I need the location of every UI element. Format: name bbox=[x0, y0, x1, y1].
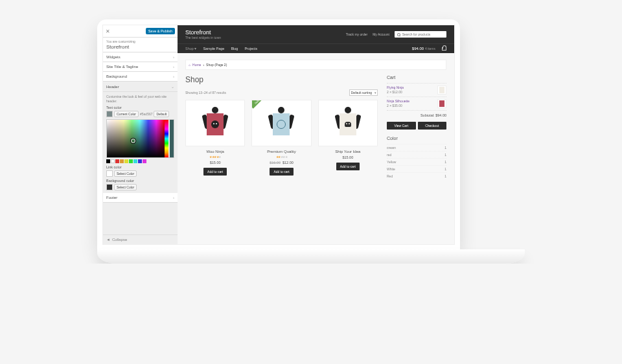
chevron-down-icon: ⌄ bbox=[171, 84, 174, 89]
palette-black[interactable] bbox=[106, 159, 110, 163]
cart-item-thumb bbox=[437, 85, 446, 95]
add-to-cart-button[interactable]: Add to cart bbox=[270, 168, 293, 176]
checkout-button[interactable]: Checkout bbox=[418, 122, 447, 130]
section-label: Header bbox=[106, 85, 119, 89]
palette-magenta[interactable] bbox=[143, 159, 146, 163]
header-panel: Customise the look & feel of your web si… bbox=[103, 92, 178, 193]
section-widgets[interactable]: Widgets› bbox=[103, 52, 178, 62]
site-tagline: The best widgets in town bbox=[185, 36, 221, 40]
palette-red[interactable] bbox=[115, 159, 119, 163]
hue-slider[interactable] bbox=[165, 120, 168, 157]
collapse-icon: ◄ bbox=[106, 238, 110, 242]
rating: ★★★★★ bbox=[251, 155, 311, 159]
section-label: Site Title & Tagline bbox=[106, 65, 138, 69]
product-name: Woo Ninja bbox=[185, 150, 245, 154]
text-color-label: Text color bbox=[106, 106, 174, 109]
cart-item-thumb bbox=[437, 99, 446, 108]
default-color-button[interactable]: Default bbox=[154, 111, 169, 117]
search-icon bbox=[397, 33, 400, 36]
hex-value: #5ad567 bbox=[140, 112, 152, 116]
section-header[interactable]: Header⌄ bbox=[103, 82, 178, 92]
add-to-cart-button[interactable]: Add to cart bbox=[336, 163, 360, 170]
bg-color-label: Background color bbox=[106, 179, 174, 183]
picker-handle[interactable] bbox=[131, 139, 135, 143]
current-color-button[interactable]: Current Color bbox=[114, 111, 139, 117]
select-link-color-button[interactable]: Select Color bbox=[114, 170, 137, 177]
site-brand[interactable]: Storefront bbox=[185, 29, 221, 36]
view-cart-button[interactable]: View Cart bbox=[387, 122, 416, 130]
breadcrumb-home[interactable]: Home bbox=[192, 63, 201, 67]
cart-item-qty: 2 × $35.00 bbox=[387, 104, 409, 108]
add-to-cart-button[interactable]: Add to cart bbox=[203, 168, 227, 176]
color-filter-row[interactable]: White1 bbox=[387, 165, 446, 172]
color-filter-row[interactable]: Red1 bbox=[387, 172, 446, 179]
result-count: Showing 13–24 of 87 results bbox=[185, 91, 226, 95]
product-card[interactable]: Sale! Premium Quality ★★★★★ $16.00$12.00… bbox=[251, 100, 311, 176]
search-box[interactable] bbox=[395, 31, 446, 38]
section-site-title[interactable]: Site Title & Tagline› bbox=[103, 62, 178, 72]
sale-badge: Sale! bbox=[251, 100, 264, 109]
price: $16.00$12.00 bbox=[251, 161, 311, 165]
palette-cyan[interactable] bbox=[133, 159, 137, 163]
section-label: Background bbox=[106, 74, 127, 78]
cart-total[interactable]: $94.00 4 items bbox=[412, 47, 435, 51]
sort-select[interactable]: Default sorting bbox=[349, 89, 378, 96]
chevron-right-icon: › bbox=[173, 74, 174, 78]
nav-shop[interactable]: Shop ▾ bbox=[185, 47, 196, 51]
price: $15.00 bbox=[318, 155, 378, 159]
palette-green[interactable] bbox=[129, 159, 133, 163]
palette-orange[interactable] bbox=[120, 159, 124, 163]
palette-blue[interactable] bbox=[138, 159, 142, 163]
color-filter-row[interactable]: Yellow1 bbox=[387, 158, 446, 165]
breadcrumb-shop: Shop (Page 2) bbox=[206, 63, 227, 67]
section-background[interactable]: Background› bbox=[103, 72, 178, 82]
cart-item[interactable]: Flying Ninja2 × $12.00 bbox=[387, 83, 446, 97]
bg-color-swatch[interactable] bbox=[106, 184, 113, 190]
collapse-button[interactable]: ◄ Collapse bbox=[103, 234, 178, 244]
track-order-link[interactable]: Track my order bbox=[346, 32, 367, 36]
sidebar-widgets: Cart Flying Ninja2 × $12.00 Ninja Silhou… bbox=[387, 75, 446, 179]
close-icon[interactable]: ✕ bbox=[106, 28, 110, 34]
save-publish-button[interactable]: Save & Publish bbox=[146, 28, 175, 34]
product-card[interactable]: Woo Ninja ★★★★★ $15.00 Add to cart bbox=[185, 100, 245, 176]
cart-item-qty: 2 × $12.00 bbox=[387, 90, 404, 94]
cart-item-name: Flying Ninja bbox=[387, 85, 404, 89]
crumb-pre: You are customizing bbox=[106, 40, 174, 43]
color-widget-title: Color bbox=[387, 136, 446, 141]
nav-sample[interactable]: Sample Page bbox=[203, 47, 224, 51]
color-picker[interactable] bbox=[106, 119, 174, 158]
site-header: Storefront The best widgets in town Trac… bbox=[178, 25, 454, 53]
color-filter-row[interactable]: cream1 bbox=[387, 144, 446, 151]
nav-blog[interactable]: Blog bbox=[231, 47, 238, 51]
palette-yellow[interactable] bbox=[124, 159, 128, 163]
collapse-label: Collapse bbox=[112, 238, 127, 242]
product-card[interactable]: Ship Your Idea $15.00 Add to cart bbox=[318, 100, 378, 176]
customizer-sidebar: ✕ Save & Publish You are customizing Sto… bbox=[103, 25, 178, 244]
section-label: Widgets bbox=[106, 55, 121, 59]
cart-widget-title: Cart bbox=[387, 75, 446, 80]
link-color-label: Link color bbox=[106, 165, 174, 169]
cart-item[interactable]: Ninja Silhouette2 × $35.00 bbox=[387, 97, 446, 110]
breadcrumb: ⌂ Home › Shop (Page 2) bbox=[185, 60, 446, 70]
home-icon[interactable]: ⌂ bbox=[189, 63, 190, 67]
text-color-swatch[interactable] bbox=[106, 111, 113, 117]
product-name: Ship Your Idea bbox=[318, 150, 378, 154]
chevron-right-icon: › bbox=[173, 196, 174, 199]
alpha-slider[interactable] bbox=[170, 120, 174, 157]
palette bbox=[106, 159, 174, 163]
nav-projects[interactable]: Projects bbox=[244, 47, 257, 51]
account-link[interactable]: My Account bbox=[373, 32, 389, 36]
cart-icon[interactable] bbox=[442, 47, 446, 51]
chevron-right-icon: › bbox=[173, 55, 174, 59]
cart-subtotal: Subtotal: $94.00 bbox=[387, 110, 446, 120]
color-filter-row[interactable]: red1 bbox=[387, 151, 446, 158]
search-input[interactable] bbox=[402, 32, 444, 36]
section-label: Footer bbox=[106, 196, 117, 199]
header-desc: Customise the look & feel of your web si… bbox=[106, 95, 174, 103]
customizer-breadcrumb: You are customizing Storefront bbox=[103, 38, 178, 52]
select-bg-color-button[interactable]: Select Color bbox=[114, 184, 137, 190]
palette-white[interactable] bbox=[111, 159, 115, 163]
link-color-swatch[interactable] bbox=[106, 170, 113, 177]
product-name: Premium Quality bbox=[251, 150, 311, 154]
section-footer[interactable]: Footer› bbox=[103, 193, 178, 203]
